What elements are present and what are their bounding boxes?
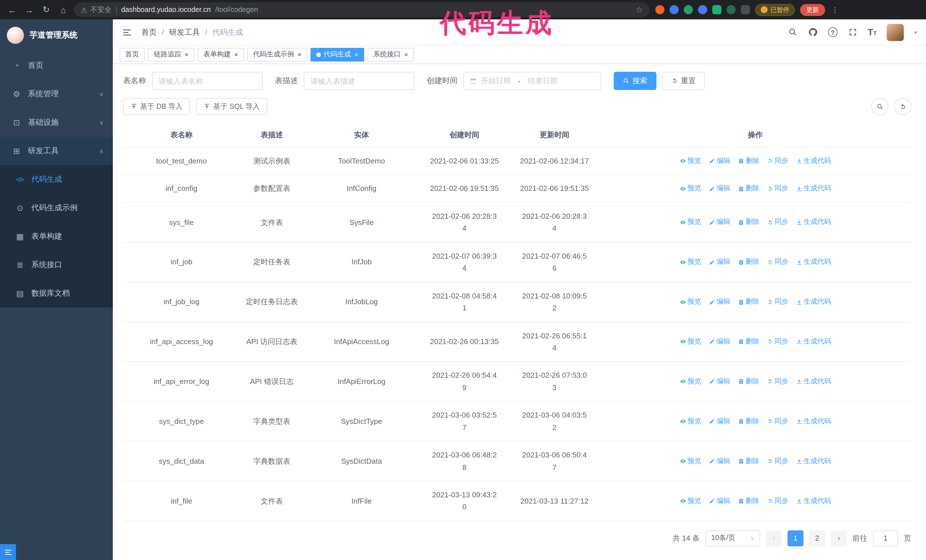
action-preview[interactable]: 预览 (679, 296, 701, 308)
forward-icon[interactable]: → (23, 5, 35, 15)
action-delete[interactable]: 删除 (738, 416, 759, 427)
extension-icon-4[interactable] (698, 5, 707, 14)
action-delete[interactable]: 删除 (738, 155, 759, 167)
action-preview[interactable]: 预览 (679, 416, 701, 427)
action-generate[interactable]: 生成代码 (796, 456, 831, 467)
extension-icon-6[interactable] (726, 5, 736, 14)
action-preview[interactable]: 预览 (679, 336, 701, 347)
chevron-down-icon[interactable]: ▾ (914, 29, 917, 35)
sidebar-item[interactable]: ▦表单构建 (0, 222, 113, 251)
action-sync[interactable]: 同步 (767, 495, 788, 507)
action-sync[interactable]: 同步 (767, 376, 788, 387)
action-edit[interactable]: 编辑 (709, 495, 730, 507)
home-icon[interactable]: ⌂ (57, 5, 70, 15)
action-delete[interactable]: 删除 (738, 336, 759, 347)
tab-item[interactable]: 链路追踪× (148, 48, 194, 61)
font-size-icon[interactable]: TT (868, 28, 877, 37)
action-edit[interactable]: 编辑 (709, 183, 730, 195)
extension-icon-3[interactable] (684, 5, 693, 14)
extension-puzzle-icon[interactable] (741, 5, 750, 14)
paused-badge[interactable]: 已暂停 (755, 4, 795, 16)
next-page-button[interactable]: › (831, 530, 847, 546)
action-generate[interactable]: 生成代码 (796, 336, 831, 347)
action-delete[interactable]: 删除 (738, 456, 759, 467)
help-icon[interactable]: ? (828, 27, 837, 37)
action-edit[interactable]: 编辑 (709, 416, 730, 427)
action-sync[interactable]: 同步 (767, 336, 788, 347)
tab-close-icon[interactable]: × (404, 51, 408, 58)
tab-item[interactable]: 代码生成× (310, 48, 364, 61)
search-icon[interactable] (788, 27, 797, 37)
github-icon[interactable] (808, 27, 817, 37)
breadcrumb-item[interactable]: 首页 (141, 27, 157, 37)
tab-close-icon[interactable]: × (185, 51, 189, 58)
action-edit[interactable]: 编辑 (709, 296, 730, 308)
page-size-select[interactable]: 10条/页 ∨ (705, 530, 760, 546)
back-icon[interactable]: ← (6, 5, 18, 15)
action-delete[interactable]: 删除 (738, 376, 759, 387)
goto-page-input[interactable] (873, 530, 898, 546)
action-sync[interactable]: 同步 (767, 456, 788, 467)
table-name-input[interactable] (152, 72, 262, 90)
security-warning[interactable]: ⚠ 不安全 (81, 5, 111, 15)
action-edit[interactable]: 编辑 (709, 257, 730, 268)
action-preview[interactable]: 预览 (679, 217, 701, 228)
tab-close-icon[interactable]: × (354, 51, 359, 58)
sidebar-item[interactable]: ▤数据库文档 (0, 279, 113, 308)
action-preview[interactable]: 预览 (679, 376, 701, 387)
action-delete[interactable]: 删除 (738, 296, 759, 308)
action-delete[interactable]: 删除 (738, 183, 759, 195)
tab-item[interactable]: 首页 (120, 48, 145, 61)
sidebar-item[interactable]: ⊡基础设施∨ (0, 108, 113, 137)
action-generate[interactable]: 生成代码 (796, 155, 831, 167)
sidebar-item[interactable]: </>代码生成 (0, 165, 113, 194)
sidebar-collapse-button[interactable] (0, 544, 16, 560)
sidebar-item[interactable]: ≣系统接口 (0, 251, 113, 279)
action-delete[interactable]: 删除 (738, 257, 759, 268)
table-desc-input[interactable] (304, 72, 414, 90)
fullscreen-icon[interactable] (848, 27, 857, 37)
action-generate[interactable]: 生成代码 (796, 183, 831, 195)
action-sync[interactable]: 同步 (767, 296, 788, 308)
action-edit[interactable]: 编辑 (709, 217, 730, 228)
action-sync[interactable]: 同步 (767, 257, 788, 268)
update-button[interactable]: 更新 (800, 4, 825, 16)
sidebar-item[interactable]: ⚙系统管理∨ (0, 80, 113, 108)
sidebar-item[interactable]: ⊞研发工具∧ (0, 137, 113, 165)
tab-item[interactable]: 系统接口× (368, 48, 414, 61)
action-generate[interactable]: 生成代码 (796, 495, 831, 507)
action-sync[interactable]: 同步 (767, 183, 788, 195)
action-generate[interactable]: 生成代码 (796, 217, 831, 228)
refresh-table-button[interactable] (894, 98, 911, 115)
extension-icon-1[interactable] (655, 5, 664, 14)
page-button[interactable]: 2 (809, 530, 825, 546)
action-sync[interactable]: 同步 (767, 416, 788, 427)
search-button[interactable]: 搜索 (614, 72, 657, 90)
action-generate[interactable]: 生成代码 (796, 296, 831, 308)
tab-close-icon[interactable]: × (298, 51, 301, 58)
import-db-button[interactable]: 基于 DB 导入 (123, 98, 190, 115)
action-delete[interactable]: 删除 (738, 495, 759, 507)
action-preview[interactable]: 预览 (679, 495, 701, 507)
date-range-picker[interactable]: 开始日期 - 结束日期 (463, 72, 601, 90)
prev-page-button[interactable]: ‹ (766, 530, 782, 546)
action-generate[interactable]: 生成代码 (796, 416, 831, 427)
reset-button[interactable]: 重置 (662, 72, 705, 90)
address-bar[interactable]: ⚠ 不安全 dashboard.yudao.iocoder.cn/tool/co… (74, 2, 650, 17)
action-edit[interactable]: 编辑 (709, 456, 730, 467)
extension-icon-2[interactable] (670, 5, 679, 14)
action-preview[interactable]: 预览 (679, 183, 701, 195)
action-generate[interactable]: 生成代码 (796, 257, 831, 268)
tab-item[interactable]: 代码生成示例× (247, 48, 307, 61)
action-preview[interactable]: 预览 (679, 456, 701, 467)
menu-toggle-icon[interactable] (122, 27, 132, 37)
sidebar-item[interactable]: ⊙代码生成示例 (0, 194, 113, 222)
action-edit[interactable]: 编辑 (709, 376, 730, 387)
import-sql-button[interactable]: 基于 SQL 导入 (196, 98, 267, 115)
page-button[interactable]: 1 (788, 530, 803, 546)
action-preview[interactable]: 预览 (679, 257, 701, 268)
extension-icon-5[interactable] (712, 5, 722, 14)
tab-close-icon[interactable]: × (234, 51, 238, 58)
action-preview[interactable]: 预览 (679, 155, 701, 167)
bookmark-star-icon[interactable]: ☆ (635, 5, 643, 14)
